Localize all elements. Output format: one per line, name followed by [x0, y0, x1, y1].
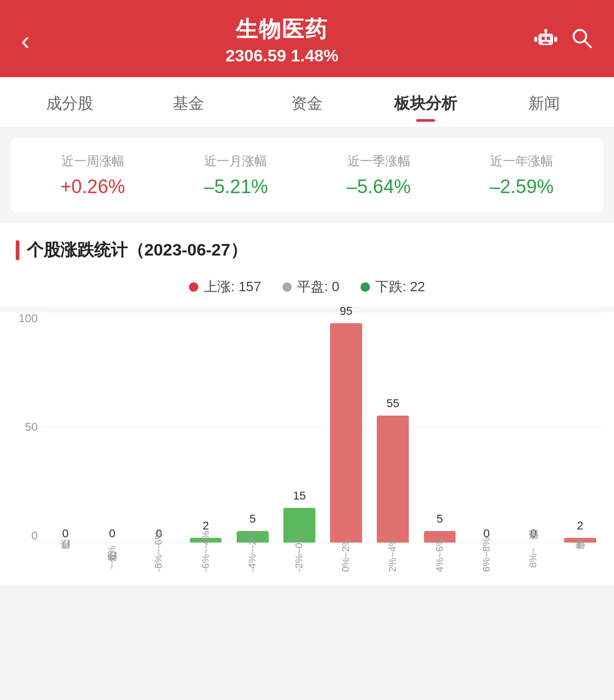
y-label-100: 100	[18, 312, 38, 325]
svg-point-5	[544, 29, 547, 32]
legend-flat-label: 平盘: 0	[297, 278, 340, 296]
x-label-7: 2%~4%	[369, 543, 416, 574]
bar-label-top-7: 55	[387, 397, 399, 410]
bar-label-top-11: 2	[577, 519, 583, 533]
bar-7: 55	[377, 416, 409, 543]
bar-group-0: 0	[42, 527, 89, 543]
svg-rect-1	[542, 37, 545, 40]
stat-quarter-value: –5.64%	[347, 176, 411, 198]
legend-fall-label: 下跌: 22	[375, 278, 425, 296]
x-label-text-2: -8%~-6%	[153, 543, 164, 572]
x-label-text-10: 8%~涨停	[528, 543, 539, 572]
svg-rect-7	[554, 37, 557, 42]
stat-month: 近一月涨幅 –5.21%	[204, 153, 268, 198]
stat-week: 近一周涨幅 +0.26%	[60, 153, 125, 198]
bar-label-top-4: 5	[249, 512, 256, 526]
stat-year: 近一年涨幅 –2.59%	[490, 153, 554, 198]
legend-rise-dot	[189, 282, 198, 292]
tab-chenfen[interactable]: 成分股	[10, 77, 129, 127]
header-title: 生物医药	[30, 15, 534, 44]
bar-11: 2	[564, 538, 596, 543]
x-label-2: -8%~-6%	[135, 543, 182, 574]
x-label-text-1: 跌停~-8%	[107, 543, 118, 572]
chart-y-labels: 100 50 0	[10, 312, 42, 543]
tab-bankuai[interactable]: 板块分析	[366, 77, 485, 127]
chart-container: 100 50 0 000251595555002 跌停跌停~-8%-8%~-6%…	[0, 312, 614, 585]
tab-jijin[interactable]: 基金	[129, 77, 248, 127]
x-label-5: -2%~0%	[276, 543, 323, 574]
legend-flat-dot	[282, 282, 292, 292]
bar-group-7: 55	[369, 416, 416, 543]
search-icon[interactable]	[570, 26, 593, 55]
svg-rect-2	[547, 37, 550, 40]
bar-label-top-5: 15	[293, 489, 305, 503]
chart-legend: 上涨: 157 平盘: 0 下跌: 22	[0, 272, 614, 306]
x-label-0: 跌停	[42, 543, 89, 574]
stat-quarter: 近一季涨幅 –5.64%	[347, 153, 411, 198]
y-label-50: 50	[25, 420, 38, 434]
bar-zero-label-1: 0	[109, 527, 115, 540]
stats-card: 近一周涨幅 +0.26% 近一月涨幅 –5.21% 近一季涨幅 –5.64% 近…	[10, 138, 604, 213]
stat-year-value: –2.59%	[490, 176, 554, 198]
bar-group-6: 95	[323, 323, 369, 543]
stat-quarter-label: 近一季涨幅	[347, 153, 411, 169]
x-label-4: -4%~-2%	[229, 543, 276, 574]
tab-xinwen[interactable]: 新闻	[485, 77, 604, 127]
y-label-0: 0	[31, 529, 38, 543]
x-label-6: 0%~2%	[323, 543, 369, 574]
x-label-text-4: -4%~-2%	[247, 543, 258, 572]
bar-group-11: 2	[557, 538, 604, 543]
header-center: 生物医药 2306.59 1.48%	[30, 15, 534, 66]
tab-zijin[interactable]: 资金	[248, 77, 366, 127]
x-label-1: 跌停~-8%	[89, 543, 135, 574]
bar-zero-label-0: 0	[62, 527, 68, 540]
stat-year-label: 近一年涨幅	[490, 153, 554, 169]
legend-rise: 上涨: 157	[189, 278, 261, 296]
x-label-10: 8%~涨停	[510, 543, 557, 574]
stat-month-value: –5.21%	[204, 176, 268, 198]
x-label-11: 涨停	[557, 543, 604, 574]
robot-icon[interactable]	[534, 26, 557, 55]
section-title-bar	[16, 240, 19, 260]
x-label-text-6: 0%~2%	[341, 543, 352, 572]
chart-area: 100 50 0 000251595555002 跌停跌停~-8%-8%~-6%…	[10, 312, 604, 574]
bar-zero-label-10: 0	[530, 527, 536, 540]
x-label-8: 4%~6%	[416, 543, 463, 574]
legend-flat: 平盘: 0	[282, 278, 340, 296]
x-label-text-7: 2%~4%	[387, 543, 398, 572]
tabs-bar: 成分股 基金 资金 板块分析 新闻	[0, 77, 614, 128]
chart-x-labels: 跌停跌停~-8%-8%~-6%-6%~-4%-4%~-2%-2%~0%0%~2%…	[42, 543, 604, 574]
x-label-text-0: 跌停	[60, 543, 71, 572]
svg-rect-6	[534, 37, 537, 42]
legend-rise-label: 上涨: 157	[204, 278, 261, 296]
bar-group-10: 0	[510, 527, 557, 543]
section-title: 个股涨跌统计（2023-06-27）	[0, 223, 614, 272]
chart-bars: 000251595555002	[42, 312, 604, 543]
legend-fall-dot	[361, 282, 370, 292]
x-label-text-11: 涨停	[575, 543, 586, 572]
stat-week-value: +0.26%	[60, 176, 125, 198]
stat-month-label: 近一月涨幅	[204, 153, 268, 169]
x-label-text-8: 4%~6%	[435, 543, 446, 572]
x-label-3: -6%~-4%	[183, 543, 229, 574]
stat-week-label: 近一周涨幅	[60, 153, 125, 169]
header: ‹ 生物医药 2306.59 1.48%	[0, 0, 614, 77]
header-subtitle: 2306.59 1.48%	[30, 46, 534, 66]
svg-rect-3	[543, 42, 549, 44]
bar-label-top-8: 5	[437, 512, 443, 526]
bar-label-top-6: 95	[340, 304, 352, 318]
bar-6: 95	[330, 323, 362, 543]
x-label-text-9: 6%~8%	[481, 543, 492, 572]
bar-group-1: 0	[89, 527, 135, 543]
x-label-9: 6%~8%	[463, 543, 510, 574]
legend-fall: 下跌: 22	[361, 278, 425, 296]
x-label-text-3: -6%~-4%	[200, 543, 211, 572]
back-button[interactable]: ‹	[21, 27, 30, 54]
svg-line-9	[585, 41, 591, 47]
header-right	[534, 26, 593, 55]
x-label-text-5: -2%~0%	[294, 543, 305, 572]
